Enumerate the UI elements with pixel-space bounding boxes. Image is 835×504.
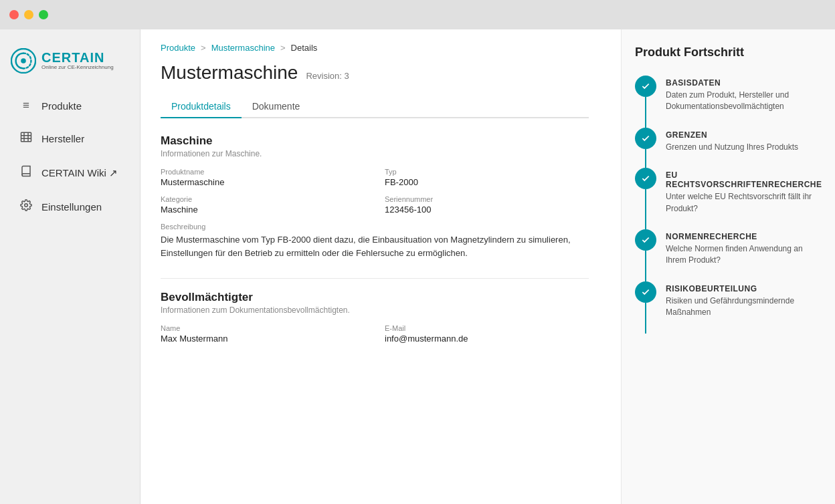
page-title-row: Mustermaschine Revision: 3	[161, 62, 589, 84]
field-value-typ: FB-2000	[385, 177, 589, 187]
svg-point-1	[21, 58, 26, 64]
timeline-line-4	[645, 251, 646, 281]
field-label-name: Name	[161, 324, 365, 332]
logo-title: CERTAIN	[41, 51, 114, 64]
field-seriennummer: Seriennummer 123456-100	[385, 195, 589, 215]
field-value-name: Max Mustermann	[161, 334, 365, 344]
app: CERTAIN Online zur CE-Kennzeichnung ≡ Pr…	[0, 29, 835, 504]
sidebar-label-einstellungen: Einstellungen	[41, 201, 102, 213]
timeline-circle-3	[635, 168, 656, 189]
step-title-grenzen: GRENZEN	[666, 130, 798, 140]
field-typ: Typ FB-2000	[385, 168, 589, 187]
sidebar-label-hersteller: Hersteller	[41, 133, 84, 144]
field-kategorie: Kategorie Maschine	[161, 195, 365, 215]
tab-produktdetails[interactable]: Produktdetails	[161, 96, 242, 118]
section-divider	[161, 278, 589, 279]
page-title: Mustermaschine	[161, 62, 298, 84]
sidebar-item-hersteller[interactable]: Hersteller	[5, 123, 134, 154]
breadcrumb-produkte[interactable]: Produkte	[161, 43, 195, 53]
timeline-content-grenzen: GRENZEN Grenzen und Nutzung Ihres Produk…	[666, 128, 798, 168]
field-name: Name Max Mustermann	[161, 324, 365, 344]
step-desc-eu-rechts: Unter welche EU Rechtsvorschrift fällt i…	[666, 191, 822, 215]
logo: CERTAIN Online zur CE-Kennzeichnung	[0, 36, 140, 90]
breadcrumb-details: Details	[291, 43, 318, 53]
bev-title: Bevollmächtigter	[161, 291, 589, 304]
field-email: E-Mail info@mustermann.de	[385, 324, 589, 344]
step-title-basisdaten: BASISDATEN	[666, 78, 822, 88]
tabs: Produktdetails Dokumente	[161, 96, 589, 118]
settings-icon	[19, 199, 33, 215]
timeline-content-eu-rechts: EU RECHTSVORSCHRIFTENRECHERCHE Unter wel…	[666, 168, 822, 229]
field-label-kategorie: Kategorie	[161, 195, 365, 203]
list-icon: ≡	[19, 99, 33, 112]
timeline-item-normen: NORMENRECHERCHE Welche Normen finden Anw…	[635, 229, 822, 281]
timeline-left-2	[635, 128, 656, 168]
breadcrumb-sep-2: >	[280, 43, 286, 53]
main-content: Produkte > Mustermaschine > Details Must…	[141, 29, 621, 504]
timeline-left-3	[635, 168, 656, 229]
timeline-item-grenzen: GRENZEN Grenzen und Nutzung Ihres Produk…	[635, 128, 822, 168]
timeline-circle-5	[635, 281, 656, 303]
timeline-line-3	[645, 189, 646, 229]
tab-dokumente[interactable]: Dokumente	[242, 96, 311, 118]
desc-label: Beschreibung	[161, 223, 589, 231]
close-button[interactable]	[9, 10, 19, 19]
sidebar-label-produkte: Produkte	[41, 100, 82, 112]
logo-text: CERTAIN Online zur CE-Kennzeichnung	[41, 51, 114, 71]
bevollmaechtigter-section: Bevollmächtigter Informationen zum Dokum…	[161, 291, 589, 344]
maximize-button[interactable]	[39, 10, 48, 19]
svg-rect-2	[21, 132, 31, 142]
breadcrumb-mustermaschine[interactable]: Mustermaschine	[211, 43, 275, 53]
field-label-typ: Typ	[385, 168, 589, 176]
book-icon	[19, 165, 33, 180]
machine-section: Maschine Informationen zur Maschine. Pro…	[161, 134, 589, 259]
timeline-item-basisdaten: BASISDATEN Daten zum Produkt, Hersteller…	[635, 76, 822, 128]
right-panel: Produkt Fortschritt BASISDATEN Daten zum…	[621, 29, 835, 504]
field-label-seriennummer: Seriennummer	[385, 195, 589, 203]
svg-point-3	[25, 204, 28, 207]
machine-title: Maschine	[161, 134, 589, 148]
field-produktname: Produktname Mustermaschine	[161, 168, 365, 187]
sidebar: CERTAIN Online zur CE-Kennzeichnung ≡ Pr…	[0, 29, 141, 504]
field-label-email: E-Mail	[385, 324, 589, 332]
timeline-content-normen: NORMENRECHERCHE Welche Normen finden Anw…	[666, 229, 822, 281]
page-revision: Revision: 3	[306, 71, 349, 81]
building-icon	[19, 131, 33, 146]
bev-subtitle: Informationen zum Dokumentationsbevollmä…	[161, 305, 589, 315]
timeline-left-4	[635, 229, 656, 281]
content-area: Produkte > Mustermaschine > Details Must…	[141, 29, 609, 376]
timeline-content-basisdaten: BASISDATEN Daten zum Produkt, Hersteller…	[666, 76, 822, 128]
sidebar-label-wiki: CERTAIN Wiki ↗	[41, 167, 118, 179]
sidebar-item-produkte[interactable]: ≡ Produkte	[5, 91, 134, 120]
timeline-item-risiko: RISIKOBEURTEILUNG Risiken und Gefährdung…	[635, 281, 822, 334]
timeline-item-eu-rechts: EU RECHTSVORSCHRIFTENRECHERCHE Unter wel…	[635, 168, 822, 229]
description-block: Beschreibung Die Mustermaschine vom Typ …	[161, 223, 589, 259]
breadcrumb-sep-1: >	[201, 43, 206, 53]
timeline-left-5	[635, 281, 656, 334]
timeline-circle-1	[635, 76, 656, 97]
step-desc-grenzen: Grenzen und Nutzung Ihres Produkts	[666, 142, 798, 153]
sidebar-item-einstellungen[interactable]: Einstellungen	[5, 191, 134, 223]
timeline-content-risiko: RISIKOBEURTEILUNG Risiken und Gefährdung…	[666, 281, 822, 334]
field-value-produktname: Mustermaschine	[161, 177, 365, 187]
step-desc-risiko: Risiken und Gefährdungsmindernde Maßnahm…	[666, 295, 822, 319]
sidebar-item-wiki[interactable]: CERTAIN Wiki ↗	[5, 157, 134, 188]
desc-value: Die Mustermaschine vom Typ FB-2000 dient…	[161, 233, 589, 259]
step-title-risiko: RISIKOBEURTEILUNG	[666, 284, 822, 293]
bev-fields: Name Max Mustermann E-Mail info@musterma…	[161, 324, 589, 344]
timeline-line-1	[645, 97, 646, 128]
progress-title: Produkt Fortschritt	[635, 45, 822, 59]
field-value-seriennummer: 123456-100	[385, 205, 589, 215]
timeline-left-1	[635, 76, 656, 128]
timeline: BASISDATEN Daten zum Produkt, Hersteller…	[635, 76, 822, 334]
titlebar	[0, 0, 835, 29]
field-value-email: info@mustermann.de	[385, 334, 589, 344]
step-title-eu-rechts: EU RECHTSVORSCHRIFTENRECHERCHE	[666, 170, 822, 189]
timeline-circle-2	[635, 128, 656, 149]
timeline-line-5	[645, 303, 646, 334]
step-desc-normen: Welche Normen finden Anwendung an Ihrem …	[666, 243, 822, 267]
logo-icon	[11, 48, 36, 74]
timeline-line-2	[645, 149, 646, 168]
minimize-button[interactable]	[24, 10, 33, 19]
field-value-kategorie: Maschine	[161, 205, 365, 215]
